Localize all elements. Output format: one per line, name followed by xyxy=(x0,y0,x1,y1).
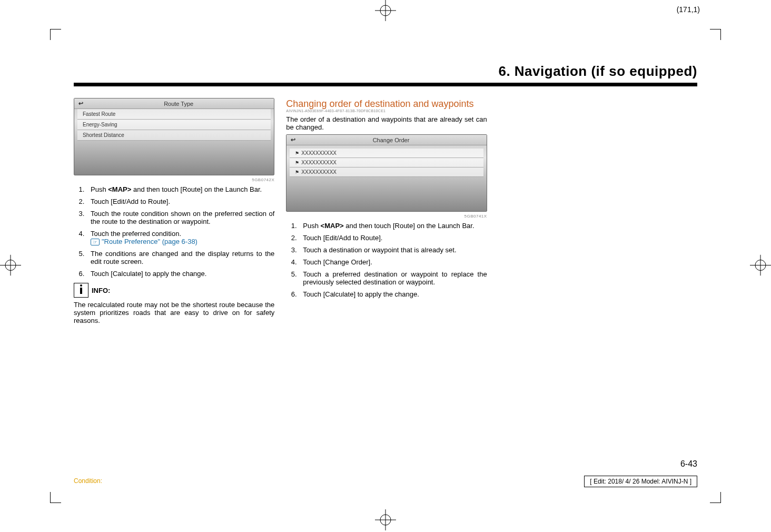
info-text: The recalculated route may not be the sh… xyxy=(74,301,274,324)
change-order-screenshot: ↩ Change Order ⚑XXXXXXXXXX ⚑XXXXXXXXXX ⚑… xyxy=(286,134,487,212)
chapter-title: 6. Navigation (if so equipped) xyxy=(74,63,697,83)
page-number-top: (171,1) xyxy=(677,5,700,14)
info-heading: INFO: xyxy=(74,283,274,298)
back-arrow-icon: ↩ xyxy=(78,100,83,107)
steps-list: Push <MAP> and then touch [Route] on the… xyxy=(286,222,487,298)
step-item: Touch a destination or waypoint that is … xyxy=(299,246,487,254)
intro-text: The order of a destination and waypoints… xyxy=(286,115,487,131)
crop-mark-icon xyxy=(375,0,396,23)
steps-list: Push <MAP> and then touch [Route] on the… xyxy=(74,185,274,278)
screenshot-row: Fastest Route xyxy=(77,109,271,120)
crop-corner-icon xyxy=(50,492,61,503)
cross-reference-link: ☞"Route Preference" (page 6-38) xyxy=(91,238,197,245)
flag-icon: ⚑ xyxy=(295,170,299,175)
crop-corner-icon xyxy=(50,29,61,40)
back-arrow-icon: ↩ xyxy=(291,136,295,143)
info-icon xyxy=(74,283,88,298)
screenshot-row: ⚑XXXXXXXXXX xyxy=(290,149,483,158)
flag-icon: ⚑ xyxy=(295,151,299,156)
pointer-icon: ☞ xyxy=(91,239,100,245)
page-number-bottom: 6-43 xyxy=(680,459,697,469)
crop-mark-icon xyxy=(750,255,771,278)
flag-icon: ⚑ xyxy=(295,160,299,165)
chapter-rule xyxy=(74,83,697,86)
empty-column xyxy=(497,98,697,327)
crop-corner-icon xyxy=(710,492,721,503)
edit-info-box: [ Edit: 2018/ 4/ 26 Model: AIVINJ-N ] xyxy=(584,476,697,487)
subheading: Changing order of destination and waypoi… xyxy=(286,98,487,113)
crop-mark-icon xyxy=(375,509,396,532)
step-item: Touch [Calculate] to apply the change. xyxy=(86,270,274,278)
step-item: Touch the route condition shown on the p… xyxy=(86,210,274,225)
step-item: Push <MAP> and then touch [Route] on the… xyxy=(299,222,487,230)
condition-label: Condition: xyxy=(74,477,102,485)
info-label: INFO: xyxy=(92,287,110,294)
guid-code: AIVINJN1-A503E69F-4403-4F87-813B-70DF8CB… xyxy=(286,109,487,114)
screenshot-row: Shortest Distance xyxy=(77,130,271,141)
route-type-screenshot: ↩ Route Type Fastest Route Energy-Saving… xyxy=(74,98,274,175)
step-item: Touch [Edit/Add to Route]. xyxy=(299,234,487,242)
screenshot-title: Change Order xyxy=(300,137,482,143)
step-item: Touch the preferred condition. ☞"Route P… xyxy=(86,230,274,245)
step-item: Touch [Calculate] to apply the change. xyxy=(299,290,487,298)
crop-mark-icon xyxy=(0,255,21,278)
step-item: Push <MAP> and then touch [Route] on the… xyxy=(86,185,274,193)
screenshot-title: Route Type xyxy=(87,101,270,107)
screenshot-row: ⚑XXXXXXXXXX xyxy=(290,158,483,168)
step-item: The conditions are changed and the displ… xyxy=(86,250,274,265)
screenshot-row: Energy-Saving xyxy=(77,120,271,130)
step-item: Touch [Edit/Add to Route]. xyxy=(86,198,274,205)
image-code: 5GB0741X xyxy=(286,214,487,219)
crop-corner-icon xyxy=(710,29,721,40)
image-code: 5GB0742X xyxy=(74,178,274,182)
step-item: Touch a preferred destination or waypoin… xyxy=(299,270,487,286)
step-item: Touch [Change Order]. xyxy=(299,258,487,266)
screenshot-row: ⚑XXXXXXXXXX xyxy=(290,168,483,177)
